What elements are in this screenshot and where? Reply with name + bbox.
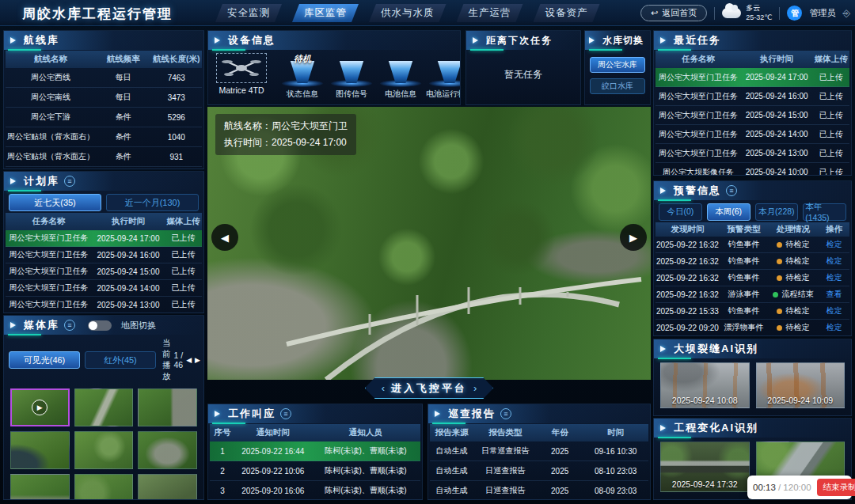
panel-header: 媒体库 ≡ 地图切换 [4,316,203,335]
table-row[interactable]: 12025-09-22 16:44陈柯(未读)、曹顺(未读) [210,441,420,461]
table-cell: 自动生成 [430,485,473,496]
action-link[interactable]: 查看 [819,289,849,300]
action-link[interactable]: 检定 [819,305,849,316]
action-link[interactable]: 检定 [819,272,849,283]
back-home-button[interactable]: ↩ 返回首页 [640,5,707,21]
ai-image[interactable]: 2025-09-24 17:32 [660,441,750,492]
device-status-label: 状态信息 [287,89,318,100]
work-call-table: 12025-09-22 16:44陈柯(未读)、曹顺(未读)22025-09-2… [210,441,420,500]
ai-image[interactable]: 2025-09-24 10:08 [660,362,750,408]
next-media-icon[interactable]: ▶ [195,356,200,364]
action-link[interactable]: 检定 [819,239,849,250]
nav-tab-设备资产[interactable]: 设备资产 [534,4,600,22]
table-row[interactable]: 周公宅大坝至门卫任务2025-09-24 16:00已上传 [6,247,202,263]
table-row[interactable]: 周公宅贴坝（背水面右）条件1040 [6,127,202,147]
table-cell: 2025-09-22 10:06 [235,467,311,476]
nav-tab-库区监管[interactable]: 库区监管 [292,4,359,22]
table-row[interactable]: 2025-09-22 16:32钓鱼事件待检定检定 [656,270,849,286]
table-row[interactable]: 周公宅西线每日7463 [6,68,202,88]
table-row[interactable]: 自动生成日常巡查报告202509-16 10:30 [430,441,648,461]
plan-tab-近一个月(130)[interactable]: 近一个月(130) [106,194,199,211]
table-row[interactable]: 周公宅贴坝（迎水面）条件818 [6,167,202,169]
table-row[interactable]: 2025-09-22 15:33钓鱼事件待检定检定 [656,303,849,320]
table-cell: 09-16 10:30 [583,447,648,456]
device-info-panel: 设备信息 Matrice 4TD [207,30,461,105]
table-row[interactable]: 周公宅大坝至门卫任务2025-09-24 17:00已上传 [6,230,202,247]
table-row[interactable]: 周公宅大坝至门卫任务2025-09-24 17:00已上传 [656,68,849,87]
media-thumbnail[interactable] [74,388,134,426]
plan-tab-近七天(35)[interactable]: 近七天(35) [9,194,101,211]
table-cell: 1 [210,447,235,456]
media-thumbnail[interactable] [74,431,134,469]
table-row[interactable]: 周公宅大坝至门卫任务2025-09-24 13:00已上传 [6,297,202,313]
column-header: 序号 [210,427,235,438]
action-link[interactable]: 检定 [819,256,849,267]
table-row[interactable]: 周公宅大坝至门卫任务2025-09-24 14:00已上传 [656,125,849,144]
table-header: 报告来源报告类型年份时间 [430,424,648,441]
recording-total: / 120:00 [778,483,811,492]
reservoir-option[interactable]: 皎口水库 [590,78,645,94]
table-row[interactable]: 自动生成日巡查报告202508-10 23:03 [430,461,648,481]
alert-tab-今日(0)[interactable]: 今日(0) [659,203,702,221]
nav-tab-安全监测[interactable]: 安全监测 [215,4,282,22]
panel-header: 工程变化AI识别 [654,419,851,438]
media-thumbnail[interactable] [138,388,197,426]
panel-header: 水库切换 [585,31,650,50]
map-toggle-switch[interactable] [88,320,112,331]
table-row[interactable]: 周公宅南线每日3473 [6,88,202,108]
enter-flight-control-button[interactable]: ‹ 进入飞控平台 › [365,377,494,399]
column-header: 报告类型 [473,427,537,438]
stop-recording-button[interactable]: 结束录制 [817,479,855,496]
user-avatar[interactable]: 管 [787,6,802,21]
table-cell: 条件 [96,151,150,162]
table-row[interactable]: 周公宅大坝影像任务2025-09-24 10:00已上传 [656,163,849,176]
table-row[interactable]: 周公宅大坝至门卫任务2025-09-24 15:00已上传 [656,106,849,125]
table-cell: 2025-09-24 13:00 [741,149,813,157]
table-cell: 2025-09-24 16:00 [741,92,813,100]
next-video-button[interactable]: ▶ [620,224,647,251]
image-timestamp: 2025-09-24 10:09 [757,396,845,405]
media-tab-可见光(46)[interactable]: 可见光(46) [9,351,80,369]
column-header: 任务名称 [6,216,92,227]
column-header: 执行时间 [741,54,813,65]
table-row[interactable]: 32025-09-20 16:06陈柯(未读)、曹顺(未读) [210,481,420,500]
table-row[interactable]: 自动生成日巡查报告202508-09 23:03 [430,481,648,500]
table-row[interactable]: 周公宅下游条件5296 [6,108,202,127]
table-row[interactable]: 周公宅大坝至门卫任务2025-09-24 16:00已上传 [656,87,849,106]
table-row[interactable]: 2025-09-22 16:32游泳事件流程结束查看 [656,286,849,303]
drone-video-feed[interactable]: 航线名称：周公宅大坝至门卫 执行时间：2025-09-24 17:00 ◀ ▶ … [207,107,651,380]
drone-image [216,53,267,83]
reservoir-option[interactable]: 周公宅水库 [590,57,645,73]
panel-title: 工作叫应 [228,407,276,421]
media-thumbnail[interactable] [10,474,70,500]
table-row[interactable]: 周公宅贴坝（背水面左）条件931 [6,147,202,167]
media-thumbnail[interactable] [138,431,197,469]
prev-video-button[interactable]: ◀ [211,224,238,251]
device-status-item: 图传信号 [327,53,376,100]
table-cell: 2025-09-24 10:00 [741,168,813,176]
media-thumbnail[interactable] [138,474,197,500]
nav-tab-供水与水质[interactable]: 供水与水质 [369,4,446,22]
nav-tab-生产运营[interactable]: 生产运营 [457,4,523,22]
media-thumbnail[interactable] [74,474,134,500]
table-cell: 2025-09-24 17:00 [741,73,813,81]
media-thumbnail[interactable]: ▶ [10,388,70,426]
alert-tab-本周(6)[interactable]: 本周(6) [707,203,750,221]
media-tab-红外(45)[interactable]: 红外(45) [85,351,156,369]
table-row[interactable]: 周公宅大坝至门卫任务2025-09-24 15:00已上传 [6,263,202,280]
list-icon: ≡ [726,185,737,196]
table-row[interactable]: 周公宅大坝至门卫任务2025-09-24 13:00已上传 [656,144,849,163]
table-row[interactable]: 2025-09-22 16:32钓鱼事件待检定检定 [656,237,849,253]
alert-tab-本年(1435)[interactable]: 本年(1435) [803,203,846,221]
table-row[interactable]: 2025-09-22 16:32钓鱼事件待检定检定 [656,253,849,270]
prev-media-icon[interactable]: ◀ [186,356,192,364]
media-thumbnail[interactable] [10,431,70,469]
action-link[interactable]: 检定 [819,322,849,333]
ai-image[interactable]: 2025-09-24 10:09 [756,362,846,408]
alert-tab-本月(228)[interactable]: 本月(228) [755,203,799,221]
logout-icon[interactable]: ⎆ [842,8,850,19]
table-row[interactable]: 2025-09-22 09:20漂浮物事件待检定检定 [656,320,849,336]
table-row[interactable]: 周公宅大坝至门卫任务2025-09-24 14:00已上传 [6,280,202,297]
table-row[interactable]: 22025-09-22 10:06陈柯(未读)、曹顺(未读) [210,461,420,481]
table-cell: 2025-09-22 16:32 [656,257,720,266]
